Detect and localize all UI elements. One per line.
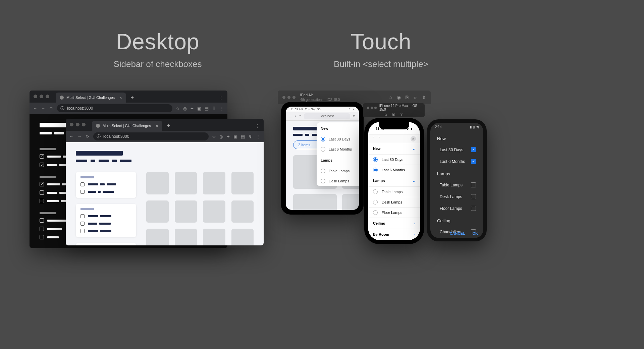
checkbox-icon[interactable]	[80, 190, 85, 194]
option-row[interactable]: Desk Lamps	[430, 191, 483, 202]
browser-tab[interactable]: Multi-Select | GUI Challenges ×	[92, 121, 162, 131]
ext-icon[interactable]: ▣	[197, 106, 201, 111]
checkbox-row[interactable]	[80, 222, 131, 226]
ipad-url[interactable]: localhost	[304, 113, 350, 119]
chevron-right-icon[interactable]: ›	[414, 232, 415, 236]
chevron-down-icon[interactable]: ⌄	[412, 179, 415, 183]
star-icon[interactable]: ☆	[212, 134, 216, 139]
cancel-button[interactable]: CANCEL	[450, 231, 465, 235]
checkbox-icon[interactable]	[80, 222, 85, 226]
prev-icon[interactable]: ˄	[372, 136, 375, 141]
traffic-lights[interactable]	[34, 95, 49, 98]
puzzle-icon[interactable]: ✦	[190, 106, 194, 111]
forward-icon[interactable]: →	[41, 106, 46, 111]
mic-icon[interactable]: 🎙	[212, 106, 216, 111]
checkbox-icon[interactable]	[40, 218, 44, 223]
overflow-icon[interactable]: ⋮	[215, 95, 227, 103]
option-row[interactable]: Last 30 Days	[317, 134, 359, 144]
target-icon[interactable]: ◎	[183, 106, 187, 111]
radio-icon[interactable]	[373, 210, 378, 215]
grid-item[interactable]	[231, 200, 254, 223]
option-row[interactable]: Desk Lamps	[368, 197, 420, 208]
back-icon[interactable]: ←	[69, 134, 74, 139]
checkbox-icon[interactable]	[40, 227, 44, 231]
checkbox-row[interactable]	[80, 229, 131, 233]
back-icon[interactable]: ‹	[295, 114, 296, 118]
checkbox-icon[interactable]	[40, 163, 44, 167]
grid-item[interactable]	[146, 200, 169, 223]
rotate-icon[interactable]: ⎘	[406, 95, 408, 100]
puzzle-icon[interactable]: ✦	[226, 134, 230, 139]
home-icon[interactable]: ⌂	[384, 112, 387, 117]
radio-icon[interactable]	[373, 168, 378, 172]
radio-icon[interactable]	[321, 169, 325, 173]
reload-icon[interactable]: ⟳	[85, 134, 90, 139]
option-row[interactable]: Table Lamps	[317, 166, 359, 176]
share-icon[interactable]: ⇪	[400, 112, 403, 117]
option-row[interactable]: Pendant	[430, 238, 483, 238]
reload-icon[interactable]: ⟳	[353, 114, 356, 118]
grid-item[interactable]	[342, 194, 359, 210]
checkbox-icon[interactable]	[40, 182, 44, 186]
appearance-icon[interactable]: ☼	[413, 95, 417, 100]
option-row[interactable]: Table Lamps	[368, 187, 420, 197]
radio-icon[interactable]	[321, 137, 325, 141]
overflow-icon[interactable]: ⋮	[251, 123, 264, 131]
grid-item[interactable]	[175, 172, 197, 194]
grid-item[interactable]	[175, 200, 197, 223]
close-icon[interactable]: ×	[119, 95, 122, 100]
star-icon[interactable]: ☆	[176, 106, 180, 111]
new-tab-button[interactable]: +	[167, 123, 170, 131]
checkbox-icon[interactable]	[471, 182, 476, 187]
option-row[interactable]: Last 6 Months	[430, 156, 483, 167]
checkbox-icon[interactable]	[471, 147, 476, 152]
share-icon[interactable]: ⇪	[422, 95, 426, 100]
chevron-down-icon[interactable]: ⌄	[412, 147, 415, 151]
checkbox-icon[interactable]	[80, 229, 85, 233]
option-row[interactable]: Last 30 Days	[368, 155, 420, 165]
grid-item[interactable]	[231, 172, 254, 194]
ok-button[interactable]: OK	[473, 231, 478, 235]
checkbox-icon[interactable]	[40, 154, 44, 159]
ext2-icon[interactable]: ▤	[205, 106, 209, 111]
option-row[interactable]: Floor Lamps	[430, 202, 483, 214]
radio-icon[interactable]	[321, 179, 325, 183]
close-icon[interactable]: ×	[411, 136, 416, 141]
back-icon[interactable]: ←	[33, 106, 38, 111]
checkbox-icon[interactable]	[471, 194, 476, 199]
checkbox-icon[interactable]	[40, 199, 44, 203]
radio-icon[interactable]	[321, 147, 325, 152]
reload-icon[interactable]: ⟳	[49, 106, 54, 111]
browser-tab[interactable]: Multi-Select | GUI Challenges ×	[56, 93, 126, 103]
option-row[interactable]: Last 30 Days	[430, 144, 483, 156]
menu-icon[interactable]: ⋮	[220, 106, 224, 111]
radio-icon[interactable]	[373, 200, 378, 205]
new-tab-button[interactable]: +	[131, 95, 134, 103]
option-row[interactable]: Last 6 Months	[317, 144, 359, 154]
close-icon[interactable]: ×	[156, 123, 158, 128]
sidebar-icon[interactable]: ☰	[289, 114, 292, 118]
mic-icon[interactable]: 🎙	[248, 134, 253, 139]
grid-item[interactable]	[146, 172, 169, 194]
home-icon[interactable]: ⌂	[389, 95, 392, 100]
address-bar[interactable]: ⓘ localhost:3000	[93, 132, 209, 140]
address-bar[interactable]: ⓘ localhost:3000	[57, 104, 172, 112]
target-icon[interactable]: ◎	[219, 134, 223, 139]
grid-item[interactable]	[203, 172, 225, 194]
checkbox-icon[interactable]	[40, 235, 44, 239]
checkbox-icon[interactable]	[471, 159, 476, 164]
ext-icon[interactable]: ▣	[233, 134, 237, 139]
grid-item[interactable]	[231, 229, 254, 245]
grid-item[interactable]	[175, 229, 197, 245]
checkbox-row[interactable]	[80, 190, 131, 194]
option-row[interactable]: Floor Lamps	[368, 208, 420, 218]
option-row[interactable]: Table Lamps	[430, 179, 483, 191]
grid-item[interactable]	[293, 194, 337, 210]
grid-item[interactable]	[203, 200, 225, 223]
ext2-icon[interactable]: ▤	[241, 134, 245, 139]
checkbox-row[interactable]	[80, 214, 131, 218]
screenshot-icon[interactable]: ◉	[392, 112, 395, 117]
checkbox-icon[interactable]	[80, 214, 85, 218]
menu-icon[interactable]: ⋮	[256, 134, 260, 139]
option-row[interactable]: Desk Lamps	[317, 176, 359, 186]
